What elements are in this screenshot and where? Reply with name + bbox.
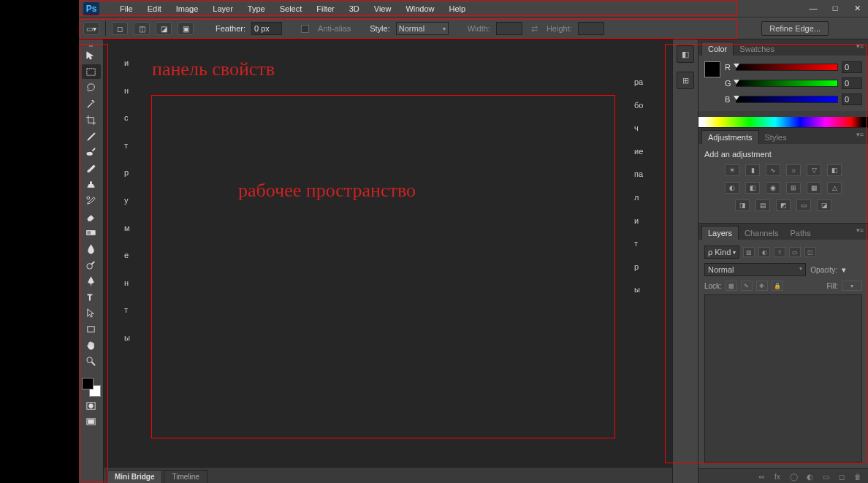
adj-6-icon[interactable]: △ bbox=[827, 182, 842, 194]
lock-paint-icon[interactable]: ✎ bbox=[741, 281, 753, 291]
pen-tool-icon[interactable] bbox=[82, 273, 101, 288]
new-layer-icon[interactable]: ◻ bbox=[836, 472, 848, 482]
opacity-input[interactable]: ▾ bbox=[842, 265, 862, 275]
adj-more-icon[interactable]: ◧ bbox=[827, 164, 842, 176]
menu-view[interactable]: View bbox=[367, 0, 399, 18]
adj-threshold-icon[interactable]: ◩ bbox=[776, 199, 791, 211]
menu-select[interactable]: Select bbox=[273, 0, 310, 18]
adj-exposure-icon[interactable]: ☼ bbox=[786, 164, 801, 176]
g-value[interactable]: 0 bbox=[842, 77, 862, 89]
gradient-tool-icon[interactable] bbox=[82, 225, 101, 240]
color-spectrum[interactable] bbox=[698, 117, 868, 127]
adj-invert-icon[interactable]: ◨ bbox=[735, 199, 750, 211]
lock-all-icon[interactable]: 🔒 bbox=[772, 281, 783, 291]
clone-stamp-tool-icon[interactable] bbox=[82, 177, 101, 191]
brush-tool-icon[interactable] bbox=[82, 161, 101, 175]
adj-vibrance-icon[interactable]: ▽ bbox=[807, 164, 821, 176]
foreground-color-swatch[interactable] bbox=[82, 378, 94, 389]
filter-shape-icon[interactable]: ▭ bbox=[789, 247, 801, 257]
selection-intersect-icon[interactable]: ▣ bbox=[178, 22, 194, 35]
menu-window[interactable]: Window bbox=[398, 0, 441, 18]
antialias-checkbox[interactable] bbox=[301, 25, 309, 33]
filter-type-icon[interactable]: T bbox=[774, 247, 785, 257]
healing-brush-tool-icon[interactable] bbox=[82, 145, 101, 159]
tab-layers[interactable]: Layers bbox=[701, 226, 739, 240]
color-swatch-pair[interactable] bbox=[704, 61, 720, 105]
menu-file[interactable]: File bbox=[113, 0, 140, 18]
menu-filter[interactable]: Filter bbox=[309, 0, 341, 18]
refine-edge-button[interactable]: Refine Edge... bbox=[761, 21, 829, 36]
adj-levels-icon[interactable]: ▮ bbox=[745, 164, 760, 176]
zoom-tool-icon[interactable] bbox=[82, 354, 101, 368]
tab-minibridge[interactable]: Mini Bridge bbox=[107, 470, 162, 483]
panel-menu-icon[interactable]: ▾≡ bbox=[856, 227, 864, 234]
screenmode-icon[interactable] bbox=[82, 414, 101, 429]
adj-mixer-icon[interactable]: ⊞ bbox=[786, 182, 801, 194]
adj-brightness-icon[interactable]: ☀ bbox=[725, 164, 739, 176]
adj-hue-icon[interactable]: ◐ bbox=[725, 182, 739, 194]
b-slider[interactable] bbox=[736, 96, 838, 103]
tab-adjustments[interactable]: Adjustments bbox=[701, 130, 759, 144]
hand-tool-icon[interactable] bbox=[82, 338, 101, 352]
menu-help[interactable]: Help bbox=[442, 0, 473, 18]
tab-swatches[interactable]: Swatches bbox=[734, 42, 780, 56]
tab-paths[interactable]: Paths bbox=[785, 227, 817, 240]
crop-tool-icon[interactable] bbox=[82, 113, 101, 127]
menu-image[interactable]: Image bbox=[169, 0, 206, 18]
active-tool-icon[interactable]: ▭▾ bbox=[83, 22, 99, 35]
menu-layer[interactable]: Layer bbox=[205, 0, 240, 18]
link-layers-icon[interactable]: ⇔ bbox=[755, 472, 767, 482]
blur-tool-icon[interactable] bbox=[82, 241, 101, 256]
type-tool-icon[interactable]: T bbox=[82, 289, 101, 304]
close-icon[interactable]: ✕ bbox=[846, 0, 868, 16]
panel-menu-icon[interactable]: ▾≡ bbox=[856, 131, 864, 138]
quickmask-icon[interactable] bbox=[82, 398, 101, 413]
adj-bw-icon[interactable]: ◧ bbox=[745, 182, 760, 194]
g-slider[interactable] bbox=[736, 80, 838, 87]
layer-list[interactable] bbox=[704, 294, 862, 463]
history-panel-icon[interactable]: ◧ bbox=[677, 45, 694, 63]
maximize-icon[interactable]: □ bbox=[824, 0, 846, 16]
new-adjustment-icon[interactable]: ◐ bbox=[804, 472, 815, 482]
magic-wand-tool-icon[interactable] bbox=[82, 96, 101, 111]
adj-gradientmap-icon[interactable]: ▭ bbox=[796, 199, 811, 211]
filter-smart-icon[interactable]: ◫ bbox=[804, 247, 816, 257]
new-group-icon[interactable]: ▭ bbox=[820, 472, 831, 482]
tab-channels[interactable]: Channels bbox=[739, 227, 784, 240]
tab-timeline[interactable]: Timeline bbox=[164, 470, 207, 483]
feather-input[interactable] bbox=[251, 22, 282, 35]
filter-pixel-icon[interactable]: ▧ bbox=[743, 247, 755, 257]
selection-new-icon[interactable]: ◻ bbox=[112, 22, 128, 35]
adj-photofilter-icon[interactable]: ◉ bbox=[766, 182, 780, 194]
move-tool-icon[interactable] bbox=[82, 48, 101, 63]
lasso-tool-icon[interactable] bbox=[82, 80, 101, 95]
menu-edit[interactable]: Edit bbox=[140, 0, 169, 18]
delete-layer-icon[interactable]: 🗑 bbox=[852, 472, 864, 482]
layer-fx-icon[interactable]: fx bbox=[772, 472, 783, 482]
layer-mask-icon[interactable]: ◯ bbox=[788, 472, 799, 482]
filter-adjust-icon[interactable]: ◐ bbox=[758, 247, 770, 257]
minimize-icon[interactable]: — bbox=[802, 0, 824, 16]
layer-kind-filter[interactable]: ρKind▾ bbox=[704, 246, 739, 259]
r-slider[interactable] bbox=[736, 64, 838, 71]
adj-selective-icon[interactable]: ◪ bbox=[817, 199, 831, 211]
adj-lookup-icon[interactable]: ▦ bbox=[807, 182, 821, 194]
menu-3d[interactable]: 3D bbox=[342, 0, 367, 18]
canvas[interactable] bbox=[104, 39, 672, 467]
selection-subtract-icon[interactable]: ◪ bbox=[156, 22, 172, 35]
lock-pixels-icon[interactable]: ▩ bbox=[726, 281, 737, 291]
properties-panel-icon[interactable]: ⊞ bbox=[677, 72, 694, 89]
path-select-tool-icon[interactable] bbox=[82, 305, 101, 320]
b-value[interactable]: 0 bbox=[842, 94, 862, 105]
r-value[interactable]: 0 bbox=[842, 61, 862, 73]
menu-type[interactable]: Type bbox=[240, 0, 273, 18]
lock-position-icon[interactable]: ✥ bbox=[756, 281, 768, 291]
panel-menu-icon[interactable]: ▾≡ bbox=[856, 42, 864, 50]
eraser-tool-icon[interactable] bbox=[82, 209, 101, 224]
blend-mode-select[interactable]: Normal bbox=[704, 263, 806, 276]
tab-color[interactable]: Color bbox=[701, 42, 734, 56]
color-swatch-tool[interactable] bbox=[82, 378, 101, 397]
dodge-tool-icon[interactable] bbox=[82, 257, 101, 272]
adj-posterize-icon[interactable]: ▤ bbox=[755, 199, 770, 211]
shape-tool-icon[interactable] bbox=[82, 322, 101, 336]
